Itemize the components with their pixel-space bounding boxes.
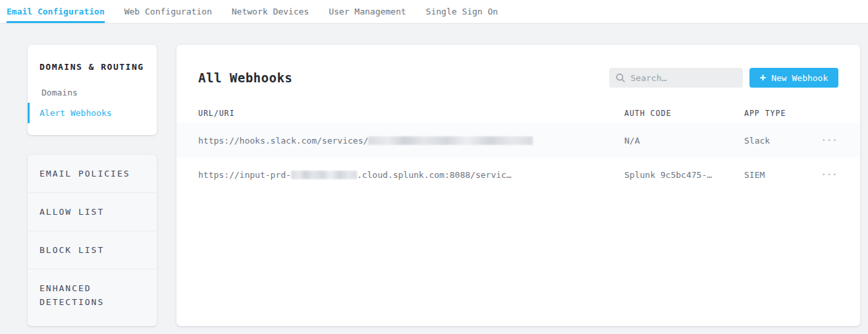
webhook-url-prefix: https://input-prd-	[198, 170, 291, 180]
redacted-url-segment	[291, 171, 357, 179]
new-webhook-button[interactable]: + New Webhook	[749, 68, 839, 88]
auth-code-cell: N/A	[624, 136, 744, 146]
top-nav: Email Configuration Web Configuration Ne…	[0, 0, 868, 24]
domains-routing-title: DOMAINS & ROUTING	[28, 62, 157, 72]
sidebar-item-domains[interactable]: Domains	[28, 82, 157, 103]
sidebar-item-email-policies[interactable]: EMAIL POLICIES	[28, 155, 157, 193]
sidebar-item-alert-webhooks[interactable]: Alert Webhooks	[28, 103, 157, 123]
app-type-cell: Slack	[744, 136, 796, 146]
tab-user-management[interactable]: User Management	[329, 0, 406, 23]
redacted-url-segment	[368, 136, 533, 145]
column-header-url: URL/URI	[198, 109, 624, 118]
sidebar-item-enhanced-detections[interactable]: ENHANCED DETECTIONS	[28, 269, 157, 326]
tab-web-configuration[interactable]: Web Configuration	[124, 0, 212, 23]
page-title: All Webhooks	[198, 70, 609, 85]
webhook-url-prefix: https://hooks.slack.com/services/	[198, 136, 368, 146]
search-input[interactable]	[631, 73, 736, 83]
webhook-url-cell: https://hooks.slack.com/services/	[198, 136, 624, 146]
auth-code-cell: Splunk 9c5bc475-…	[624, 170, 744, 180]
sidebar-sections-card: EMAIL POLICIES ALLOW LIST BLOCK LIST ENH…	[28, 155, 157, 326]
column-header-auth-code: AUTH CODE	[624, 109, 744, 118]
domains-routing-card: DOMAINS & ROUTING Domains Alert Webhooks	[28, 45, 157, 135]
app-type-cell: SIEM	[744, 170, 796, 180]
search-box[interactable]	[609, 68, 743, 88]
panel-header: All Webhooks + New Webhook	[176, 45, 860, 103]
tab-email-configuration[interactable]: Email Configuration	[7, 0, 105, 23]
page-body: DOMAINS & ROUTING Domains Alert Webhooks…	[0, 24, 868, 326]
webhook-url-cell: https://input-prd-.cloud.splunk.com:8088…	[198, 170, 624, 180]
column-header-app-type: APP TYPE	[744, 109, 796, 118]
row-menu-icon[interactable]: •••	[796, 137, 838, 144]
table-header: URL/URI AUTH CODE APP TYPE	[176, 103, 860, 123]
plus-icon: +	[760, 72, 767, 83]
tab-network-devices[interactable]: Network Devices	[232, 0, 309, 23]
search-icon	[616, 73, 625, 82]
sidebar-item-block-list[interactable]: BLOCK LIST	[28, 231, 157, 269]
table-row: https://hooks.slack.com/services/ N/A Sl…	[176, 123, 860, 157]
row-menu-icon[interactable]: •••	[796, 171, 838, 178]
table-row: https://input-prd-.cloud.splunk.com:8088…	[176, 157, 860, 192]
tab-single-sign-on[interactable]: Single Sign On	[426, 0, 499, 23]
sidebar: DOMAINS & ROUTING Domains Alert Webhooks…	[28, 45, 157, 326]
webhooks-panel: All Webhooks + New Webhook URL/URI AUTH …	[176, 45, 860, 326]
new-webhook-label: New Webhook	[771, 73, 828, 83]
webhook-url-suffix: .cloud.splunk.com:8088/servic…	[357, 170, 512, 180]
sidebar-item-allow-list[interactable]: ALLOW LIST	[28, 193, 157, 231]
